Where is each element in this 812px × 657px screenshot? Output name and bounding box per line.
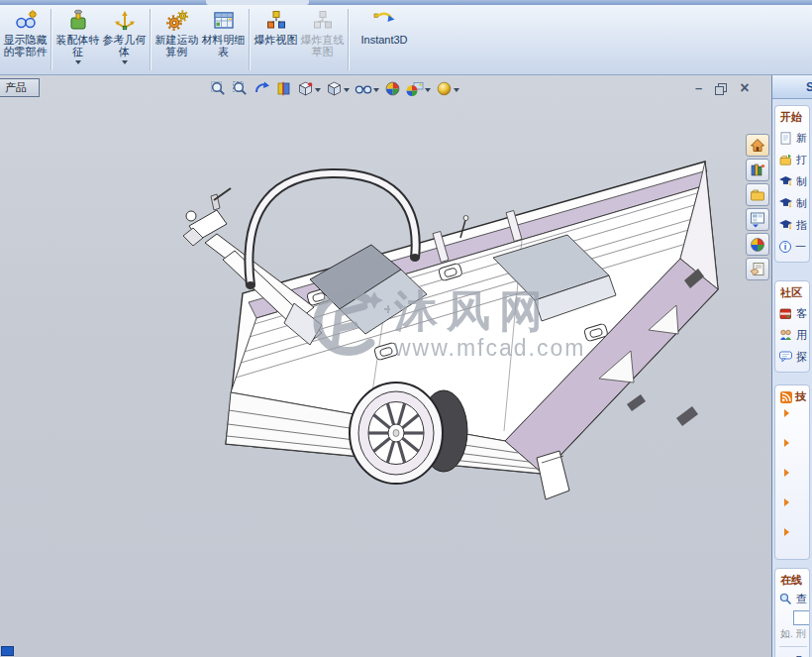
- link-arrow-icon: [784, 469, 789, 477]
- dropdown-caret-icon[interactable]: [373, 88, 379, 92]
- dropdown-caret-icon[interactable]: [75, 60, 81, 64]
- document-window-controls: – ×: [695, 82, 750, 94]
- tech-alerts-label: 技: [795, 389, 806, 404]
- item-label: 一: [795, 240, 806, 255]
- divider: [779, 646, 807, 647]
- general-info-item[interactable]: i 一: [779, 236, 809, 258]
- minimize-button[interactable]: –: [695, 83, 702, 93]
- exploded-view-icon: [264, 8, 288, 34]
- view-palette-tab[interactable]: [746, 208, 769, 231]
- item-label: 指: [796, 218, 807, 233]
- motion-study-button[interactable]: 新建运动算例: [153, 5, 200, 74]
- show-hidden-components-button[interactable]: 显示隐藏的零部件: [2, 5, 49, 74]
- home-icon: [750, 138, 765, 154]
- link-arrow-icon: [784, 498, 789, 506]
- search-hint: 如. 刑: [780, 627, 809, 641]
- button-label: 参考几何体: [101, 34, 148, 58]
- view-palette-icon: [750, 211, 765, 228]
- info-icon: i: [779, 241, 791, 253]
- bill-of-materials-button[interactable]: 材料明细表: [200, 5, 247, 74]
- taskbar-corner-icon: [1, 646, 14, 656]
- new-document-item[interactable]: 新: [779, 127, 809, 149]
- tech-alert-link[interactable]: [779, 525, 809, 555]
- tutorials-item[interactable]: 制: [779, 170, 809, 192]
- dropdown-caret-icon[interactable]: [425, 88, 431, 92]
- discussion-forum-item[interactable]: 探: [779, 346, 809, 368]
- item-label: 探: [796, 350, 807, 365]
- tech-alerts-title: 技: [780, 389, 809, 404]
- instant3d-icon: [371, 8, 397, 34]
- search-input[interactable]: [793, 610, 810, 625]
- tech-alert-link[interactable]: [779, 495, 809, 525]
- apply-scene-icon[interactable]: [406, 80, 431, 97]
- feature-tree-tab[interactable]: 产品: [0, 78, 40, 97]
- resources-home-tab[interactable]: [746, 134, 769, 157]
- toolbar-separator: [150, 9, 152, 70]
- instant3d-button[interactable]: Instant3D: [352, 5, 417, 74]
- zoom-to-fit-icon[interactable]: [210, 80, 227, 97]
- appearances-tab[interactable]: [746, 233, 769, 256]
- feature-tree-tab-label: 产品: [5, 80, 27, 95]
- search-label: 查: [796, 592, 807, 606]
- task-pane-body: 开始 新 打: [772, 105, 812, 657]
- design-library-tab[interactable]: [746, 159, 769, 181]
- user-groups-icon: [779, 329, 792, 341]
- instructor-icon: [779, 219, 792, 231]
- getting-started-box: 开始 新 打: [774, 105, 810, 263]
- button-label: Instant3D: [360, 34, 407, 46]
- file-explorer-tab[interactable]: [746, 183, 769, 206]
- restore-button[interactable]: [715, 83, 727, 94]
- link-arrow-icon: [784, 528, 789, 536]
- tech-alert-link[interactable]: [779, 436, 809, 466]
- item-label: 制: [796, 174, 807, 189]
- explode-line-sketch-icon: [311, 8, 335, 34]
- hide-show-items-icon[interactable]: [355, 80, 379, 97]
- edit-appearance-icon[interactable]: [384, 80, 401, 97]
- reference-geometry-icon: [113, 8, 137, 34]
- button-label: 材料明细表: [200, 34, 247, 58]
- display-style-icon[interactable]: [326, 80, 350, 97]
- instructor-item[interactable]: 指: [779, 214, 809, 236]
- tech-alert-link[interactable]: [779, 406, 809, 436]
- dropdown-caret-icon[interactable]: [344, 88, 350, 92]
- dropdown-caret-icon[interactable]: [122, 60, 128, 64]
- user-groups-item[interactable]: 用: [779, 324, 809, 346]
- community-title: 社区: [780, 285, 809, 300]
- custom-properties-tab[interactable]: [746, 258, 769, 280]
- view-orientation-icon[interactable]: [297, 80, 321, 97]
- discussion-forum-icon: [779, 351, 792, 363]
- assembly-features-button[interactable]: 装配体特征: [54, 5, 101, 74]
- explode-line-sketch-button: 爆炸直线草图: [299, 5, 346, 74]
- graphics-viewport[interactable]: 产品: [0, 75, 771, 657]
- dropdown-caret-icon[interactable]: [454, 88, 459, 92]
- search-icon: [779, 593, 792, 605]
- task-pane-title: S: [806, 80, 812, 94]
- reference-geometry-button[interactable]: 参考几何体: [101, 5, 148, 74]
- previous-view-icon[interactable]: [254, 80, 270, 97]
- tech-alerts-box: 技: [774, 384, 810, 560]
- close-button[interactable]: ×: [740, 82, 749, 94]
- trailer-3d-model[interactable]: [183, 139, 738, 515]
- open-folder-icon: [779, 154, 792, 166]
- zoom-to-area-icon[interactable]: [232, 80, 249, 97]
- exploded-view-button[interactable]: 爆炸视图: [253, 5, 299, 74]
- section-view-icon[interactable]: [275, 80, 292, 97]
- toolbar-separator: [51, 9, 52, 70]
- tutorial-icon: [779, 197, 792, 209]
- folder-icon: [750, 187, 765, 203]
- item-label: 客: [796, 306, 807, 321]
- getting-started-title: 开始: [780, 110, 809, 125]
- view-settings-icon[interactable]: [436, 80, 459, 97]
- tutorials-item-2[interactable]: 制: [779, 192, 809, 214]
- button-label: 装配体特征: [54, 34, 101, 58]
- link-arrow-icon: [784, 439, 789, 447]
- tech-alert-link[interactable]: [779, 466, 809, 495]
- dropdown-caret-icon[interactable]: [315, 88, 321, 92]
- assembly-features-icon: [66, 8, 90, 34]
- partner-solutions-item[interactable]: Pa: [779, 651, 809, 657]
- open-document-item[interactable]: 打: [779, 149, 809, 170]
- new-document-icon: [779, 132, 792, 145]
- task-pane-header: S: [772, 75, 812, 99]
- custom-properties-icon: [750, 262, 765, 277]
- customer-portal-item[interactable]: 客: [779, 302, 809, 324]
